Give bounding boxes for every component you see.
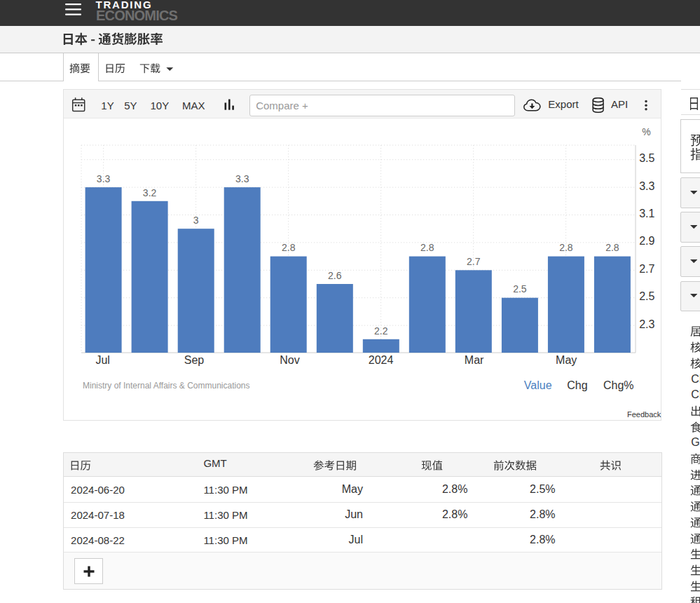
svg-text:3.3: 3.3 — [235, 173, 249, 184]
svg-text:3.2: 3.2 — [143, 187, 157, 198]
svg-text:2.6: 2.6 — [328, 270, 342, 281]
svg-text:2.8: 2.8 — [559, 242, 573, 253]
svg-text:3: 3 — [193, 215, 199, 226]
svg-text:%: % — [642, 126, 650, 137]
svg-text:May: May — [556, 354, 577, 366]
svg-text:3.3: 3.3 — [639, 180, 654, 192]
svg-text:2024: 2024 — [369, 354, 394, 366]
svg-text:Mar: Mar — [465, 354, 484, 366]
svg-text:3.5: 3.5 — [639, 152, 654, 164]
svg-text:2.5: 2.5 — [513, 283, 527, 294]
svg-text:Sep: Sep — [184, 354, 205, 366]
svg-text:Jul: Jul — [95, 354, 109, 366]
svg-text:3.1: 3.1 — [639, 208, 654, 219]
svg-text:Nov: Nov — [280, 354, 299, 366]
svg-text:2.5: 2.5 — [639, 290, 654, 302]
svg-text:2.2: 2.2 — [374, 325, 388, 337]
svg-text:2.3: 2.3 — [639, 318, 654, 330]
svg-text:2.9: 2.9 — [639, 235, 654, 247]
svg-text:2.8: 2.8 — [605, 242, 619, 253]
svg-text:3.3: 3.3 — [97, 173, 111, 184]
svg-text:2.7: 2.7 — [639, 263, 654, 275]
svg-text:2.8: 2.8 — [420, 242, 434, 253]
svg-text:2.8: 2.8 — [282, 242, 296, 253]
svg-text:2.7: 2.7 — [467, 256, 481, 267]
